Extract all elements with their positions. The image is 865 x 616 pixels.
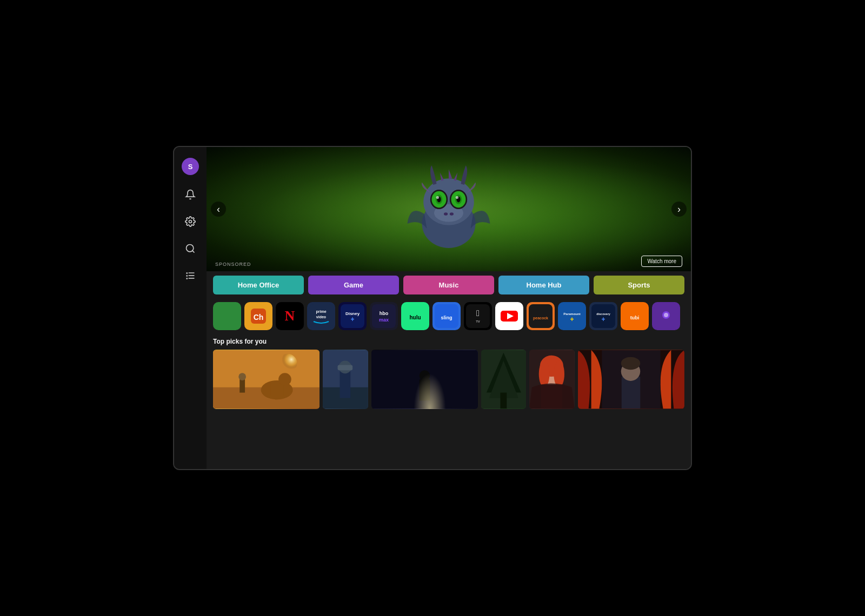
sidebar: S: [174, 147, 207, 469]
categories-row: Home Office Game Music Home Hub Sports: [207, 271, 691, 299]
app-sling[interactable]: sling: [432, 302, 461, 330]
svg-rect-6: [187, 272, 188, 274]
svg-text:Ch: Ch: [254, 313, 264, 322]
svg-rect-61: [270, 382, 275, 396]
app-youtube[interactable]: [495, 302, 523, 330]
app-tubi[interactable]: tubi: [621, 302, 649, 330]
pick-item-3[interactable]: [371, 350, 478, 409]
svg-text:peacock: peacock: [533, 316, 548, 320]
svg-point-84: [554, 361, 565, 387]
svg-text:tubi: tubi: [630, 315, 640, 320]
top-picks-section: Top picks for you: [207, 333, 691, 469]
app-karaoke[interactable]: [652, 302, 680, 330]
pick-item-5[interactable]: [529, 350, 575, 409]
sponsored-label: SPONSORED: [215, 262, 251, 267]
app-paramount-plus[interactable]: Paramount +: [558, 302, 586, 330]
guide-icon[interactable]: [183, 268, 198, 283]
svg-point-83: [539, 361, 550, 387]
category-home-office[interactable]: Home Office: [213, 276, 304, 294]
pick-item-6[interactable]: [578, 350, 684, 409]
svg-point-1: [187, 245, 194, 252]
svg-point-75: [419, 370, 430, 381]
svg-text:: : [476, 309, 480, 318]
app-hulu[interactable]: hulu: [401, 302, 429, 330]
watch-more-button[interactable]: Watch more: [641, 256, 682, 267]
pick-item-4[interactable]: [481, 350, 527, 409]
svg-text:max: max: [379, 317, 389, 323]
svg-point-16: [436, 196, 439, 199]
top-picks-title: Top picks for you: [213, 338, 684, 345]
svg-point-64: [278, 354, 297, 373]
svg-point-23: [450, 212, 454, 215]
pick-item-1[interactable]: [213, 350, 320, 409]
settings-icon[interactable]: [183, 214, 198, 229]
svg-text:hbo: hbo: [380, 311, 389, 316]
svg-rect-65: [239, 379, 245, 393]
app-peacock[interactable]: peacock: [527, 302, 555, 330]
app-discovery-plus[interactable]: discovery +: [589, 302, 617, 330]
app-disney-plus[interactable]: Disney +: [338, 302, 367, 330]
user-avatar[interactable]: S: [182, 158, 199, 175]
category-sports[interactable]: Sports: [594, 276, 684, 294]
apps-row: Ch N prime video Disney: [207, 299, 691, 333]
svg-rect-72: [371, 350, 478, 409]
svg-rect-79: [500, 393, 507, 409]
hero-next-button[interactable]: ›: [671, 202, 687, 217]
svg-rect-32: [372, 304, 396, 328]
svg-text:video: video: [316, 315, 326, 319]
tv-frame: S: [173, 146, 692, 470]
svg-point-0: [189, 220, 192, 223]
pick-item-2[interactable]: [323, 350, 368, 409]
svg-rect-69: [340, 371, 350, 398]
hero-image: [395, 155, 503, 263]
search-icon[interactable]: [183, 241, 198, 256]
svg-text:prime: prime: [316, 310, 326, 314]
app-netflix[interactable]: N: [276, 302, 304, 330]
app-prime-video[interactable]: prime video: [307, 302, 335, 330]
svg-rect-7: [187, 275, 188, 277]
main-content: ‹ › SPONSORED Watch more Home Office Gam…: [207, 147, 691, 469]
svg-text:+: +: [570, 316, 574, 323]
svg-text:TV: TV: [476, 320, 480, 323]
app-apple-tv[interactable]:  TV: [464, 302, 492, 330]
svg-text:+: +: [350, 316, 354, 323]
category-music[interactable]: Music: [403, 276, 494, 294]
category-home-hub[interactable]: Home Hub: [498, 276, 589, 294]
category-game[interactable]: Game: [308, 276, 399, 294]
svg-point-66: [238, 373, 246, 380]
hero-prev-button[interactable]: ‹: [211, 202, 226, 217]
svg-point-63: [278, 373, 291, 386]
svg-rect-74: [419, 379, 430, 400]
svg-point-22: [444, 212, 448, 215]
app-ch[interactable]: Ch: [244, 302, 272, 330]
svg-point-21: [456, 196, 458, 199]
svg-text:hulu: hulu: [409, 314, 421, 320]
svg-rect-90: [602, 350, 660, 409]
notifications-icon[interactable]: [183, 187, 198, 202]
svg-text:sling: sling: [441, 315, 452, 320]
app-hbo-max[interactable]: hbo max: [370, 302, 398, 330]
svg-line-2: [192, 251, 195, 253]
app-all-apps[interactable]: [213, 302, 241, 330]
hero-banner: ‹ › SPONSORED Watch more: [207, 147, 691, 271]
svg-rect-8: [187, 278, 188, 279]
svg-rect-71: [338, 365, 353, 370]
svg-text:+: +: [601, 316, 605, 323]
svg-point-57: [664, 313, 668, 317]
picks-row: [213, 350, 684, 409]
